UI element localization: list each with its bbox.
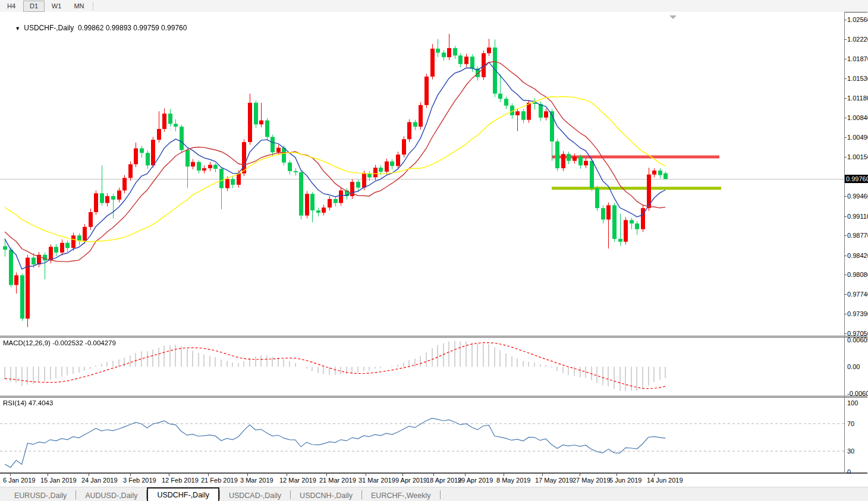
ohlc-values: 0.99862 0.99893 0.99759 0.99760	[78, 24, 187, 32]
price-axis-label: 0.99460	[847, 193, 868, 200]
price-axis-tick	[844, 235, 847, 236]
price-axis-tick	[844, 118, 847, 118]
price-axis-tick	[844, 20, 847, 20]
date-axis-label: 21 Feb 2019	[201, 477, 238, 484]
timeframe-toolbar: H4D1W1MN	[0, 0, 868, 12]
price-axis-label: 1.00490	[847, 134, 868, 141]
chart-tab-usdchf[interactable]: USDCHF-,Daily	[147, 487, 219, 501]
timeframe-buttons: H4D1W1MN	[0, 1, 90, 12]
price-axis-line	[844, 12, 845, 474]
date-axis-tick	[247, 474, 248, 476]
date-axis-tick	[617, 474, 617, 476]
date-axis-label: 3 Mar 2019	[240, 477, 273, 484]
chart-tab-eurchf[interactable]: EURCHF-,Weekly	[362, 490, 439, 501]
date-axis-label: 31 Mar 2019	[358, 477, 395, 484]
macd-axis-label: -0.00609	[847, 390, 868, 397]
rsi-axis-label: 100	[847, 399, 858, 407]
timeframe-button-h4[interactable]: H4	[1, 1, 22, 12]
date-axis-tick	[169, 474, 169, 476]
date-axis-tick	[48, 474, 48, 476]
price-axis-label: 0.99110	[847, 213, 868, 220]
macd-axis-label: 0.006058	[847, 336, 868, 344]
macd-axis-label: 0.00	[847, 363, 860, 370]
date-axis-tick	[287, 474, 287, 476]
price-axis-label: 1.02220	[847, 36, 868, 43]
date-axis-tick	[542, 474, 543, 476]
toolbar-separator	[93, 2, 93, 11]
date-axis-label: 24 Jan 2019	[81, 477, 118, 484]
panel-separator-macd-rsi[interactable]	[0, 396, 867, 398]
date-axis-label: 29 Apr 2019	[458, 477, 493, 484]
mt4-chart-window: H4D1W1MN ▼USDCHF-,Daily 0.99862 0.99893 …	[0, 0, 868, 501]
rsi-axis-label: 30	[847, 448, 854, 455]
price-axis-tick	[844, 314, 847, 314]
macd-panel-chart[interactable]	[0, 338, 844, 396]
date-axis-tick	[580, 474, 580, 476]
price-axis-tick	[844, 78, 847, 79]
chart-tab-bar: EURUSD-,DailyAUDUSD-,DailyUSDCHF-,DailyU…	[0, 487, 868, 501]
price-axis-tick	[844, 275, 847, 275]
price-axis-label: 1.02560	[847, 16, 868, 23]
price-axis-label: 0.98080	[847, 271, 868, 278]
price-axis-label: 1.01530	[847, 75, 868, 82]
date-axis-label: 15 Jan 2019	[40, 477, 77, 484]
current-price-badge: 0.99760	[845, 175, 868, 183]
price-axis-tick	[844, 196, 847, 197]
date-axis-tick	[504, 474, 504, 476]
date-axis-label: 14 Jun 2019	[647, 477, 683, 484]
date-axis-tick	[89, 474, 89, 476]
price-axis-tick	[844, 39, 847, 40]
price-axis-label: 1.01180	[847, 94, 868, 102]
price-axis-tick	[844, 294, 847, 295]
rsi-axis-label: 70	[847, 420, 854, 427]
date-axis-label: 27 May 2019	[573, 477, 611, 484]
date-axis-label: 3 Feb 2019	[123, 477, 156, 484]
macd-title: MACD(12,26,9) -0.002532 -0.004279	[3, 339, 116, 346]
price-axis-label: 0.97740	[847, 291, 868, 298]
tab-divider	[440, 490, 441, 499]
price-axis-label: 0.98770	[847, 232, 868, 239]
date-axis-tick	[465, 474, 466, 476]
chart-tab-eurusd[interactable]: EURUSD-,Daily	[5, 490, 76, 501]
main-price-chart[interactable]	[0, 12, 844, 336]
date-axis-label: 8 May 2019	[496, 477, 530, 484]
date-axis-label: 9 Apr 2019	[395, 477, 427, 484]
date-axis-tick	[208, 474, 209, 476]
timeframe-button-d1[interactable]: D1	[23, 1, 45, 12]
price-axis-label: 0.98420	[847, 252, 868, 259]
date-axis-tick	[130, 474, 131, 476]
price-axis-tick	[844, 59, 847, 59]
date-axis-label: 12 Mar 2019	[279, 477, 316, 484]
price-axis-label: 1.00840	[847, 114, 868, 121]
chevron-down-icon[interactable]: ▼	[15, 26, 20, 31]
price-axis-tick	[844, 256, 847, 256]
price-axis-tick	[844, 137, 847, 138]
date-axis[interactable]: 6 Jan 201915 Jan 201924 Jan 20193 Feb 20…	[0, 474, 868, 487]
date-axis-tick	[654, 474, 655, 476]
price-axis-tick	[844, 216, 847, 217]
timeframe-button-w1[interactable]: W1	[46, 1, 67, 12]
date-axis-label: 17 May 2019	[535, 477, 573, 484]
date-axis-label: 18 Apr 2019	[426, 477, 461, 484]
price-axis-tick	[844, 157, 847, 157]
chart-tab-usdcnh[interactable]: USDCNH-,Daily	[291, 490, 361, 501]
price-axis-tick	[844, 98, 847, 99]
timeframe-button-mn[interactable]: MN	[68, 1, 90, 12]
date-axis-tick	[366, 474, 366, 476]
date-axis-tick	[402, 474, 403, 476]
date-axis-label: 6 Jan 2019	[3, 477, 35, 484]
panel-separator-main-macd[interactable]	[0, 336, 867, 338]
chart-tab-audusd[interactable]: AUDUSD-,Daily	[76, 490, 146, 501]
price-axis-label: 0.97390	[847, 310, 868, 317]
rsi-panel-chart[interactable]	[0, 398, 844, 472]
chart-symbol-title: ▼USDCHF-,Daily 0.99862 0.99893 0.99759 0…	[7, 15, 187, 40]
symbol-label: USDCHF-,Daily	[24, 24, 74, 32]
price-axis-label: 1.00150	[847, 153, 868, 160]
date-axis-label: 21 Mar 2019	[319, 477, 356, 484]
rsi-title: RSI(14) 47.4043	[3, 399, 53, 407]
date-axis-tick	[326, 474, 327, 476]
chart-tab-usdcad[interactable]: USDCAD-,Daily	[220, 490, 290, 501]
price-axis-tick	[844, 333, 847, 334]
date-axis-tick	[10, 474, 11, 476]
price-axis-label: 1.01870	[847, 55, 868, 62]
